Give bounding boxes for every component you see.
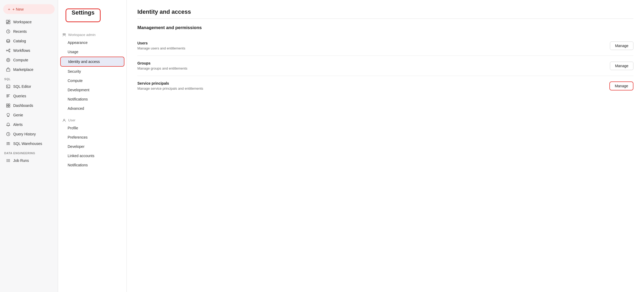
users-manage-button[interactable]: Manage (610, 42, 633, 50)
sidebar-item-workflows-label: Workflows (13, 48, 30, 53)
sidebar-item-job-runs[interactable]: Job Runs (2, 156, 56, 165)
settings-menu-compute[interactable]: Compute (60, 76, 124, 85)
sidebar-item-marketplace-label: Marketplace (13, 67, 33, 72)
groups-title: Groups (137, 61, 187, 65)
workspace-admin-icon (62, 33, 66, 37)
service-principals-manage-button[interactable]: Manage (609, 81, 633, 90)
svg-rect-11 (7, 85, 10, 88)
sql-editor-icon (6, 84, 11, 89)
svg-point-17 (8, 142, 9, 143)
sidebar-item-marketplace[interactable]: Marketplace (2, 65, 56, 74)
catalog-icon (6, 39, 11, 43)
compute-icon (6, 58, 11, 62)
sidebar-item-query-history-label: Query History (13, 132, 36, 136)
sidebar-item-sql-editor-label: SQL Editor (13, 84, 31, 89)
settings-panel: Settings Workspace admin Appearance Usag… (58, 0, 127, 292)
sidebar-item-compute-label: Compute (13, 58, 28, 62)
settings-menu-security[interactable]: Security (60, 67, 124, 76)
sidebar: + + New Workspace Recents (0, 0, 58, 292)
svg-point-19 (65, 34, 66, 34)
sidebar-item-catalog[interactable]: Catalog (2, 36, 56, 45)
marketplace-icon (6, 67, 11, 72)
genie-icon (6, 113, 11, 117)
sidebar-item-genie-label: Genie (13, 113, 23, 117)
sidebar-item-dashboards-label: Dashboards (13, 103, 33, 108)
settings-menu-appearance[interactable]: Appearance (60, 38, 124, 47)
sql-warehouses-icon (6, 141, 11, 146)
settings-menu-notifications[interactable]: Notifications (60, 95, 124, 104)
sidebar-item-alerts[interactable]: Alerts (2, 120, 56, 129)
svg-rect-3 (6, 23, 8, 24)
svg-rect-12 (7, 104, 8, 106)
svg-rect-14 (7, 106, 8, 107)
page-title: Identity and access (137, 8, 633, 15)
users-row: Users Manage users and entitlements Mana… (137, 36, 633, 56)
settings-title: Settings (66, 8, 101, 22)
settings-menu-advanced[interactable]: Advanced (60, 104, 124, 113)
settings-menu-preferences[interactable]: Preferences (60, 133, 124, 142)
groups-info: Groups Manage groups and entitlements (137, 61, 187, 70)
groups-row: Groups Manage groups and entitlements Ma… (137, 56, 633, 76)
sidebar-item-sql-warehouses-label: SQL Warehouses (13, 142, 42, 146)
svg-rect-13 (8, 104, 10, 106)
sidebar-item-workspace[interactable]: Workspace (2, 17, 56, 26)
sidebar-item-query-history[interactable]: Query History (2, 130, 56, 139)
dashboards-icon (6, 103, 11, 108)
main-content: Identity and access Management and permi… (127, 0, 644, 292)
plus-icon: + (8, 7, 10, 11)
settings-menu-development[interactable]: Development (60, 85, 124, 94)
svg-rect-1 (8, 20, 10, 21)
sidebar-item-queries[interactable]: Queries (2, 92, 56, 101)
sidebar-item-dashboards[interactable]: Dashboards (2, 101, 56, 110)
service-principals-row: Service principals Manage service princi… (137, 76, 633, 96)
query-history-icon (6, 132, 11, 136)
title-divider (137, 19, 633, 19)
sidebar-item-workflows[interactable]: Workflows (2, 46, 56, 55)
users-title: Users (137, 41, 185, 45)
sidebar-item-compute[interactable]: Compute (2, 56, 56, 65)
users-desc: Manage users and entitlements (137, 46, 185, 50)
user-section-label: User (68, 118, 75, 122)
settings-menu-developer[interactable]: Developer (60, 142, 124, 151)
workspace-icon (6, 20, 11, 24)
svg-point-8 (7, 58, 10, 62)
settings-menu-identity-and-access[interactable]: Identity and access (60, 57, 124, 67)
svg-rect-10 (7, 69, 10, 71)
settings-menu-usage[interactable]: Usage (60, 47, 124, 56)
sidebar-item-job-runs-label: Job Runs (13, 158, 29, 163)
new-button[interactable]: + + New (3, 4, 55, 14)
service-principals-info: Service principals Manage service princi… (137, 81, 203, 90)
sidebar-item-genie[interactable]: Genie (2, 111, 56, 120)
user-section-header: User (58, 116, 127, 123)
svg-rect-2 (8, 22, 10, 24)
users-info: Users Manage users and entitlements (137, 41, 185, 50)
sidebar-item-queries-label: Queries (13, 94, 26, 98)
groups-manage-button[interactable]: Manage (610, 62, 633, 70)
data-engineering-section-label: Data Engineering (0, 148, 58, 156)
service-principals-title: Service principals (137, 81, 203, 85)
sidebar-item-catalog-label: Catalog (13, 39, 26, 43)
sidebar-item-alerts-label: Alerts (13, 122, 23, 127)
svg-point-21 (64, 119, 65, 120)
svg-rect-15 (8, 106, 10, 107)
sidebar-item-sql-editor[interactable]: SQL Editor (2, 82, 56, 91)
sidebar-item-workspace-label: Workspace (13, 20, 32, 24)
svg-rect-0 (6, 20, 8, 22)
svg-point-20 (63, 34, 64, 34)
sidebar-item-recents-label: Recents (13, 29, 27, 34)
section-title: Management and permissions (137, 25, 633, 30)
settings-menu-notifications-user[interactable]: Notifications (60, 161, 124, 170)
recents-icon (6, 29, 11, 34)
sql-section-label: SQL (0, 74, 58, 82)
new-button-label: + New (12, 7, 24, 11)
queries-icon (6, 94, 11, 98)
settings-menu-linked-accounts[interactable]: Linked accounts (60, 151, 124, 160)
sidebar-item-recents[interactable]: Recents (2, 27, 56, 36)
workspace-admin-section-header: Workspace admin (58, 31, 127, 38)
service-principals-desc: Manage service principals and entitlemen… (137, 86, 203, 90)
workspace-admin-label: Workspace admin (68, 33, 96, 37)
svg-point-18 (64, 33, 65, 35)
settings-menu-profile[interactable]: Profile (60, 124, 124, 133)
sidebar-item-sql-warehouses[interactable]: SQL Warehouses (2, 139, 56, 148)
alerts-icon (6, 122, 11, 127)
